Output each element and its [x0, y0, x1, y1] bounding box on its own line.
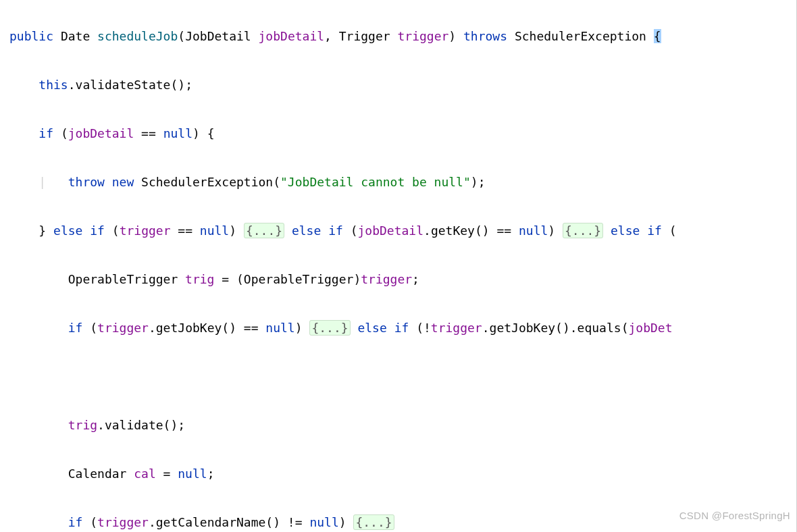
code-block: public Date scheduleJob(JobDetail jobDet… — [0, 0, 797, 532]
code-line: | throw new SchedulerException("JobDetai… — [0, 170, 797, 194]
code-line: if (jobDetail == null) { — [0, 122, 797, 146]
code-line: } else if (trigger == null) {...} else i… — [0, 219, 797, 243]
code-line: if (trigger.getJobKey() == null) {...} e… — [0, 316, 797, 340]
code-line: public Date scheduleJob(JobDetail jobDet… — [0, 24, 797, 49]
code-line: this.validateState(); — [0, 73, 797, 97]
code-line-blank — [0, 365, 797, 389]
watermark: CSDN @ForestSpringH — [679, 504, 790, 528]
code-line: if (trigger.getCalendarName() != null) {… — [0, 510, 797, 532]
brace-open-highlight: { — [654, 29, 661, 43]
code-line: Calendar cal = null; — [0, 462, 797, 486]
code-line: OperableTrigger trig = (OperableTrigger)… — [0, 267, 797, 292]
code-line: trig.validate(); — [0, 413, 797, 437]
fold-marker[interactable]: {...} — [244, 223, 284, 238]
fold-marker[interactable]: {...} — [309, 320, 350, 336]
fold-marker[interactable]: {...} — [563, 223, 603, 238]
fold-marker[interactable]: {...} — [353, 514, 394, 530]
